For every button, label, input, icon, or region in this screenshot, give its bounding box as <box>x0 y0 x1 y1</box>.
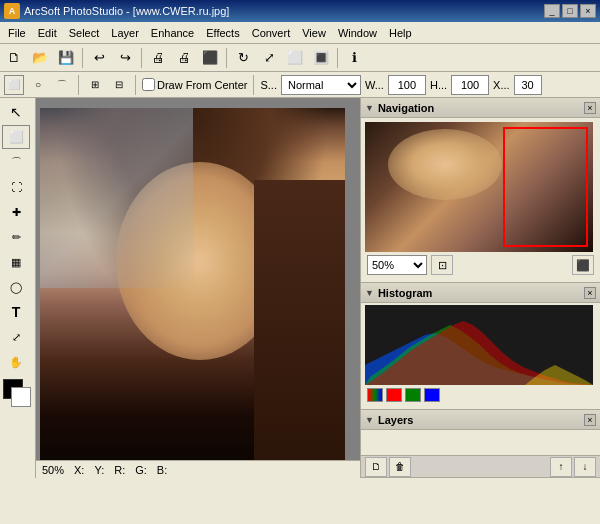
toolbar-sep-4 <box>337 48 338 68</box>
navigation-panel: ▼ Navigation × 50% 25% 75% 100% <box>361 98 600 283</box>
hist-green-channel[interactable] <box>405 388 421 402</box>
nav-close-button[interactable]: × <box>584 102 596 114</box>
x-coord-label: X: <box>74 464 84 476</box>
titlebar: A ArcSoft PhotoStudio - [www.CWER.ru.jpg… <box>0 0 600 22</box>
save-button[interactable]: 💾 <box>54 46 78 70</box>
toolbar-sep-1 <box>82 48 83 68</box>
histogram-panel-header: ▼ Histogram × <box>361 283 600 303</box>
sel-sep-2 <box>135 75 136 95</box>
width-input[interactable] <box>388 75 426 95</box>
hist-red-channel[interactable] <box>386 388 402 402</box>
sel-sub-btn[interactable]: ⊟ <box>109 75 129 95</box>
close-button[interactable]: × <box>580 4 596 18</box>
tool-warp[interactable]: ⤢ <box>2 325 30 349</box>
layers-collapse-arrow[interactable]: ▼ <box>365 415 374 425</box>
tool-crop[interactable]: ⛶ <box>2 175 30 199</box>
tb-btn-9[interactable]: ⬛ <box>198 46 222 70</box>
selection-toolbar: ⬜ ○ ⌒ ⊞ ⊟ Draw From Center S... Normal F… <box>0 72 600 98</box>
layers-toolbar: 🗋 🗑 ↑ ↓ <box>361 455 600 477</box>
titlebar-controls[interactable]: _ □ × <box>544 4 596 18</box>
zoom-select[interactable]: 50% 25% 75% 100% <box>367 255 427 275</box>
menubar: File Edit Select Layer Enhance Effects C… <box>0 22 600 44</box>
canvas-area[interactable]: 50% X: Y: R: G: B: <box>36 98 360 478</box>
menu-select[interactable]: Select <box>63 23 106 43</box>
tool-dodge[interactable]: ◯ <box>2 275 30 299</box>
tb-btn-12[interactable]: ⬜ <box>283 46 307 70</box>
layers-panel: ▼ Layers × 🗋 🗑 ↑ ↓ <box>361 410 600 478</box>
undo-button[interactable]: ↩ <box>87 46 111 70</box>
sel-lasso-btn[interactable]: ⌒ <box>52 75 72 95</box>
redo-button[interactable]: ↪ <box>113 46 137 70</box>
sel-ellipse-btn[interactable]: ○ <box>28 75 48 95</box>
sel-sep-1 <box>78 75 79 95</box>
layers-close-button[interactable]: × <box>584 414 596 426</box>
layers-delete-button[interactable]: 🗑 <box>389 457 411 477</box>
menu-enhance[interactable]: Enhance <box>145 23 200 43</box>
style-label: S... <box>260 79 277 91</box>
x-input[interactable] <box>514 75 542 95</box>
tb-btn-13[interactable]: 🔳 <box>309 46 333 70</box>
fit-screen-button[interactable]: ⊡ <box>431 255 453 275</box>
hist-collapse-arrow[interactable]: ▼ <box>365 288 374 298</box>
hist-close-button[interactable]: × <box>584 287 596 299</box>
nav-panel-title: Navigation <box>378 102 580 114</box>
thumb-face <box>388 129 502 201</box>
sel-add-btn[interactable]: ⊞ <box>85 75 105 95</box>
menu-help[interactable]: Help <box>383 23 418 43</box>
tool-sel-rect[interactable]: ⬜ <box>2 125 30 149</box>
open-button[interactable]: 📂 <box>28 46 52 70</box>
height-label: H... <box>430 79 447 91</box>
tool-text[interactable]: T <box>2 300 30 324</box>
hist-all-channel[interactable] <box>367 388 383 402</box>
bg-window <box>40 108 193 288</box>
mode-dropdown[interactable]: Normal Fixed Size Fixed Ratio <box>281 75 361 95</box>
menu-view[interactable]: View <box>296 23 332 43</box>
draw-from-center-text: Draw From Center <box>157 79 247 91</box>
histogram-controls <box>365 385 596 405</box>
nav-collapse-arrow[interactable]: ▼ <box>365 103 374 113</box>
titlebar-left: A ArcSoft PhotoStudio - [www.CWER.ru.jpg… <box>4 3 229 19</box>
print-button[interactable]: 🖨 <box>172 46 196 70</box>
histogram-content <box>361 303 600 409</box>
tool-healing[interactable]: ✚ <box>2 200 30 224</box>
info-button[interactable]: ℹ <box>342 46 366 70</box>
nav-controls: 50% 25% 75% 100% ⊡ ⬛ <box>365 252 596 278</box>
tool-move[interactable]: ↖ <box>2 100 30 124</box>
y-coord-label: Y: <box>94 464 104 476</box>
draw-from-center-checkbox[interactable] <box>142 78 155 91</box>
scan-button[interactable]: 🖨 <box>146 46 170 70</box>
zoom-level: 50% <box>42 464 64 476</box>
hist-panel-title: Histogram <box>378 287 580 299</box>
menu-effects[interactable]: Effects <box>200 23 245 43</box>
tool-fill[interactable]: ▦ <box>2 250 30 274</box>
maximize-button[interactable]: □ <box>562 4 578 18</box>
menu-file[interactable]: File <box>2 23 32 43</box>
right-panels: ▼ Navigation × 50% 25% 75% 100% <box>360 98 600 478</box>
canvas-image[interactable] <box>40 108 345 468</box>
height-input[interactable] <box>451 75 489 95</box>
menu-window[interactable]: Window <box>332 23 383 43</box>
nav-options-button[interactable]: ⬛ <box>572 255 594 275</box>
menu-convert[interactable]: Convert <box>246 23 297 43</box>
tool-hand[interactable]: ✋ <box>2 350 30 374</box>
tool-brush[interactable]: ✏ <box>2 225 30 249</box>
tool-lasso[interactable]: ⌒ <box>2 150 30 174</box>
hist-blue-channel[interactable] <box>424 388 440 402</box>
nav-viewport-box[interactable] <box>503 127 588 247</box>
menu-layer[interactable]: Layer <box>105 23 145 43</box>
statusbar: 50% X: Y: R: G: B: <box>36 460 360 478</box>
menu-edit[interactable]: Edit <box>32 23 63 43</box>
layers-move-up-button[interactable]: ↑ <box>550 457 572 477</box>
draw-from-center-label[interactable]: Draw From Center <box>142 78 247 91</box>
photo-hair2 <box>254 180 346 468</box>
app-icon: A <box>4 3 20 19</box>
new-button[interactable]: 🗋 <box>2 46 26 70</box>
bg-color-swatch[interactable] <box>11 387 31 407</box>
toolbar-sep-3 <box>226 48 227 68</box>
sel-rect-btn[interactable]: ⬜ <box>4 75 24 95</box>
minimize-button[interactable]: _ <box>544 4 560 18</box>
layers-new-button[interactable]: 🗋 <box>365 457 387 477</box>
layers-move-down-button[interactable]: ↓ <box>574 457 596 477</box>
rotate-button[interactable]: ↻ <box>231 46 255 70</box>
resize-button[interactable]: ⤢ <box>257 46 281 70</box>
